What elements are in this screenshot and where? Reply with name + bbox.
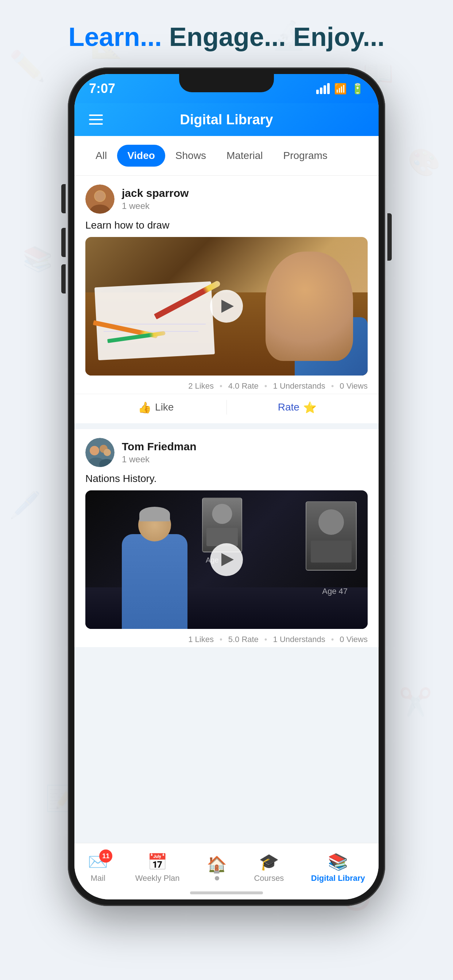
page-title: Digital Library — [180, 112, 273, 127]
svg-point-7 — [104, 449, 111, 456]
home-icon: 🏠 — [207, 855, 227, 874]
likes-count: 2 Likes — [188, 381, 214, 391]
rate-button[interactable]: Rate ⭐ — [227, 401, 368, 414]
views-count: 0 Views — [340, 381, 368, 391]
post-card: jack sparrow 1 week Learn how to draw — [74, 176, 379, 423]
post-stats: 1 Likes • 5.0 Rate • 1 Understands • 0 V… — [74, 629, 379, 647]
nav-digital-library[interactable]: 📚 Digital Library — [311, 853, 365, 883]
bottom-navigation: ✉️ 11 Mail 📅 Weekly Plan 🏠 🎓 Courses 📚 D… — [74, 843, 379, 899]
like-button[interactable]: 👍 Like — [85, 401, 226, 414]
rate-label: Rate — [278, 401, 300, 413]
mail-badge: 11 — [99, 850, 112, 862]
post-title: Learn how to draw — [74, 220, 379, 237]
post-meta: jack sparrow 1 week — [122, 187, 368, 211]
post-header: jack sparrow 1 week — [74, 176, 379, 220]
signal-icon — [316, 83, 330, 94]
tab-all[interactable]: All — [85, 145, 117, 167]
hero-rest-text: Engage... Enjoy... — [162, 22, 385, 51]
post-title: Nations History. — [74, 473, 379, 490]
nav-courses[interactable]: 🎓 Courses — [254, 853, 284, 883]
hero-learn-text: Learn... — [69, 22, 162, 51]
post-time: 1 week — [122, 201, 368, 211]
nav-mail[interactable]: ✉️ 11 Mail — [88, 853, 108, 883]
courses-icon: 🎓 — [259, 853, 279, 871]
action-bar: 👍 Like Rate ⭐ — [74, 394, 379, 423]
notch — [179, 74, 274, 92]
home-dot — [215, 876, 219, 880]
video-thumbnail[interactable]: Age 19 Age 47 — [85, 490, 368, 629]
play-icon — [222, 553, 234, 566]
hero-section: Learn... Engage... Enjoy... — [0, 22, 453, 52]
library-icon: 📚 — [328, 853, 348, 871]
battery-icon: 🔋 — [351, 83, 364, 95]
post-header: Tom Friedman 1 week — [74, 429, 379, 473]
phone-device: 7:07 📶 🔋 Digital Library — [68, 67, 385, 906]
understands-count: 1 Understands — [273, 635, 325, 644]
nav-courses-label: Courses — [254, 873, 284, 883]
play-button[interactable] — [210, 543, 243, 576]
avatar — [85, 438, 115, 467]
wifi-icon: 📶 — [334, 83, 347, 95]
thumbs-up-icon: 👍 — [138, 401, 152, 414]
weekly-plan-icon: 📅 — [147, 853, 167, 871]
post-author: jack sparrow — [122, 187, 368, 199]
filter-tabs: All Video Shows Material Programs — [74, 136, 379, 176]
tab-material[interactable]: Material — [216, 145, 273, 167]
status-time: 7:07 — [89, 81, 115, 96]
post-time: 1 week — [122, 454, 368, 465]
tab-programs[interactable]: Programs — [273, 145, 338, 167]
video-thumbnail[interactable] — [85, 237, 368, 375]
post-card: Tom Friedman 1 week Nations History. — [74, 429, 379, 647]
rate-value: 5.0 Rate — [228, 635, 258, 644]
home-indicator — [190, 891, 263, 894]
star-icon: ⭐ — [303, 401, 317, 414]
tab-shows[interactable]: Shows — [165, 145, 216, 167]
post-author: Tom Friedman — [122, 441, 368, 453]
post-meta: Tom Friedman 1 week — [122, 441, 368, 465]
tab-video[interactable]: Video — [117, 145, 165, 167]
status-icons: 📶 🔋 — [316, 83, 364, 95]
nav-weekly-plan[interactable]: 📅 Weekly Plan — [135, 853, 180, 883]
nav-weekly-label: Weekly Plan — [135, 873, 180, 883]
menu-button[interactable] — [89, 115, 103, 125]
understands-count: 1 Understands — [273, 381, 325, 391]
like-label: Like — [155, 401, 174, 413]
svg-point-5 — [90, 446, 99, 455]
app-header: Digital Library — [74, 103, 379, 136]
status-bar: 7:07 📶 🔋 — [74, 74, 379, 103]
nav-mail-label: Mail — [91, 873, 105, 883]
avatar — [85, 185, 115, 214]
likes-count: 1 Likes — [188, 635, 214, 644]
phone-screen: 7:07 📶 🔋 Digital Library — [74, 74, 379, 899]
content-area: jack sparrow 1 week Learn how to draw — [74, 176, 379, 711]
nav-home[interactable]: 🏠 — [207, 855, 227, 880]
svg-point-3 — [95, 191, 105, 201]
rate-value: 4.0 Rate — [228, 381, 258, 391]
play-icon — [222, 300, 234, 313]
nav-library-label: Digital Library — [311, 873, 365, 883]
play-button[interactable] — [210, 290, 243, 323]
views-count: 0 Views — [340, 635, 368, 644]
post-stats: 2 Likes • 4.0 Rate • 1 Understands • 0 V… — [74, 375, 379, 394]
